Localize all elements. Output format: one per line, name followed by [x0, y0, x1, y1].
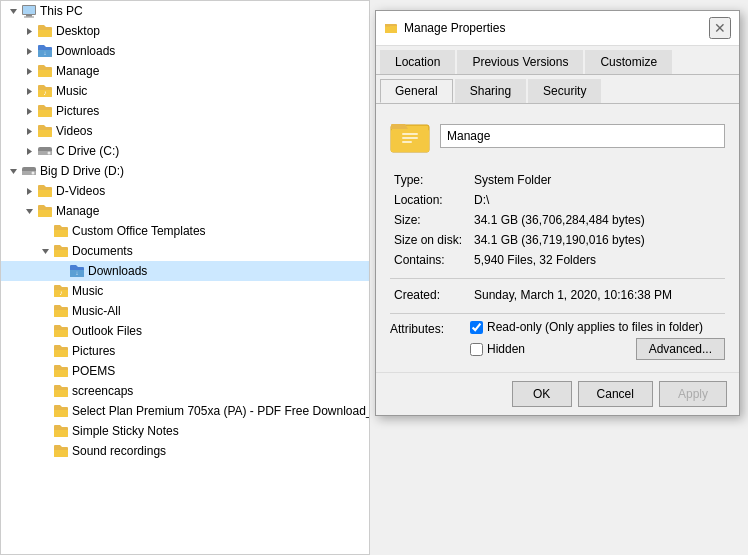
tree-item-videos-top[interactable]: Videos — [1, 121, 369, 141]
prop-created-value: Sunday, March 1, 2020, 10:16:38 PM — [470, 285, 725, 305]
tree-label-custom-office: Custom Office Templates — [72, 224, 206, 238]
tree-item-music-all[interactable]: Music-All — [1, 301, 369, 321]
svg-marker-12 — [27, 128, 32, 135]
tree-label-manage: Manage — [56, 204, 99, 218]
svg-marker-23 — [42, 249, 49, 254]
tree-item-desktop[interactable]: Desktop — [1, 21, 369, 41]
dialog-title-label: Manage Properties — [404, 21, 505, 35]
tree-item-music-top[interactable]: ♪Music — [1, 81, 369, 101]
tree-item-screencaps[interactable]: screencaps — [1, 381, 369, 401]
prop-type-row: Type: System Folder — [390, 170, 725, 190]
prop-size-value: 34.1 GB (36,706,284,484 bytes) — [470, 210, 725, 230]
tree-item-poems[interactable]: POEMS — [1, 361, 369, 381]
svg-rect-3 — [26, 15, 32, 17]
folder-big-icon — [390, 116, 430, 156]
expand-icon-d-videos[interactable] — [21, 183, 37, 199]
expand-icon-c-drive[interactable] — [21, 143, 37, 159]
expand-icon-documents[interactable] — [37, 243, 53, 259]
tree-item-c-drive[interactable]: C Drive (C:) — [1, 141, 369, 161]
readonly-checkbox-row: Read-only (Only applies to files in fold… — [470, 320, 725, 334]
ok-button[interactable]: OK — [512, 381, 572, 407]
svg-marker-17 — [10, 169, 17, 174]
folder-icon-documents — [53, 243, 69, 259]
folder-icon-music-top: ♪ — [37, 83, 53, 99]
tree-label-simple-sticky: Simple Sticky Notes — [72, 424, 179, 438]
tree-item-sound-recordings[interactable]: Sound recordings — [1, 441, 369, 461]
tree-item-pictures-top[interactable]: Pictures — [1, 101, 369, 121]
svg-text:↓: ↓ — [76, 270, 79, 276]
svg-rect-2 — [23, 6, 35, 14]
tree-label-screencaps: screencaps — [72, 384, 133, 398]
svg-marker-8 — [27, 68, 32, 75]
svg-marker-11 — [27, 108, 32, 115]
tree-item-big-d-drive[interactable]: Big D Drive (D:) — [1, 161, 369, 181]
prop-size-disk-row: Size on disk: 34.1 GB (36,719,190,016 by… — [390, 230, 725, 250]
tree-item-manage-top[interactable]: Manage — [1, 61, 369, 81]
tree-item-select-plan[interactable]: Select Plan Premium 705xa (PA) - PDF Fre… — [1, 401, 369, 421]
tree-label-videos-top: Videos — [56, 124, 92, 138]
tab-customize[interactable]: Customize — [585, 50, 672, 74]
folder-icon-poems — [53, 363, 69, 379]
apply-button[interactable]: Apply — [659, 381, 727, 407]
tree-label-downloads2: Downloads — [88, 264, 147, 278]
tree-label-documents: Documents — [72, 244, 133, 258]
tab-sharing[interactable]: Sharing — [455, 79, 526, 103]
expand-icon-pictures-top[interactable] — [21, 103, 37, 119]
expand-icon-downloads[interactable] — [21, 43, 37, 59]
expand-icon-simple-sticky — [37, 423, 53, 439]
tree-item-outlook-files[interactable]: Outlook Files — [1, 321, 369, 341]
tree-item-downloads[interactable]: ↓Downloads — [1, 41, 369, 61]
expand-icon-this-pc[interactable] — [5, 3, 21, 19]
expand-icon-videos-top[interactable] — [21, 123, 37, 139]
readonly-checkbox[interactable] — [470, 321, 483, 334]
tree-item-d-videos[interactable]: D-Videos — [1, 181, 369, 201]
tree-item-music2[interactable]: ♪Music — [1, 281, 369, 301]
expand-icon-music-top[interactable] — [21, 83, 37, 99]
prop-type-value: System Folder — [470, 170, 725, 190]
dialog-tabs-row2: General Sharing Security — [376, 75, 739, 104]
expand-icon-desktop[interactable] — [21, 23, 37, 39]
tab-security[interactable]: Security — [528, 79, 601, 103]
tree-label-poems: POEMS — [72, 364, 115, 378]
svg-point-16 — [48, 152, 51, 155]
folder-name-input[interactable] — [440, 124, 725, 148]
svg-marker-0 — [10, 9, 17, 14]
prop-contains-label: Contains: — [390, 250, 470, 270]
advanced-button[interactable]: Advanced... — [636, 338, 725, 360]
tab-previous-versions[interactable]: Previous Versions — [457, 50, 583, 74]
folder-icon-big-d-drive — [21, 163, 37, 179]
file-explorer-panel: This PCDesktop↓DownloadsManage♪MusicPict… — [0, 0, 370, 555]
folder-icon-select-plan — [53, 403, 69, 419]
tree-item-downloads2[interactable]: ↓Downloads — [1, 261, 369, 281]
properties-table: Type: System Folder Location: D:\ Size: … — [390, 170, 725, 270]
svg-rect-4 — [24, 17, 34, 18]
tab-general[interactable]: General — [380, 79, 453, 103]
tree-item-simple-sticky[interactable]: Simple Sticky Notes — [1, 421, 369, 441]
folder-icon-pictures2 — [53, 343, 69, 359]
tree-item-manage[interactable]: Manage — [1, 201, 369, 221]
expand-icon-manage[interactable] — [21, 203, 37, 219]
folder-icon-this-pc — [21, 3, 37, 19]
svg-marker-13 — [27, 148, 32, 155]
expand-icon-big-d-drive[interactable] — [5, 163, 21, 179]
expand-icon-manage-top[interactable] — [21, 63, 37, 79]
svg-marker-9 — [27, 88, 32, 95]
hidden-checkbox[interactable] — [470, 343, 483, 356]
expand-icon-outlook-files — [37, 323, 53, 339]
tree-item-pictures2[interactable]: Pictures — [1, 341, 369, 361]
folder-icon-c-drive — [37, 143, 53, 159]
folder-icon-manage — [37, 203, 53, 219]
tree-label-c-drive: C Drive (C:) — [56, 144, 119, 158]
readonly-label: Read-only (Only applies to files in fold… — [487, 320, 703, 334]
prop-location-row: Location: D:\ — [390, 190, 725, 210]
folder-icon-simple-sticky — [53, 423, 69, 439]
svg-rect-32 — [402, 133, 418, 135]
cancel-button[interactable]: Cancel — [578, 381, 653, 407]
tree-item-documents[interactable]: Documents — [1, 241, 369, 261]
tree-label-big-d-drive: Big D Drive (D:) — [40, 164, 124, 178]
tree-item-custom-office[interactable]: Custom Office Templates — [1, 221, 369, 241]
hidden-label: Hidden — [487, 342, 525, 356]
tab-location[interactable]: Location — [380, 50, 455, 74]
dialog-close-button[interactable]: ✕ — [709, 17, 731, 39]
tree-item-this-pc[interactable]: This PC — [1, 1, 369, 21]
